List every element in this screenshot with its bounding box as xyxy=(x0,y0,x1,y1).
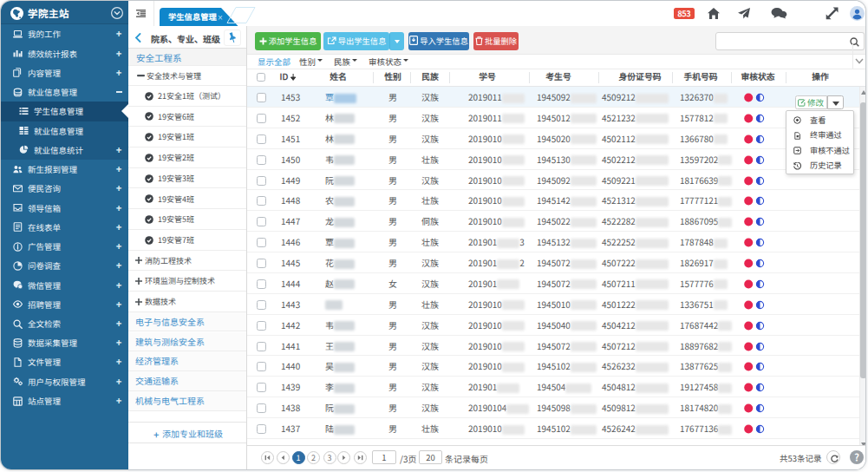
svg-text:?: ? xyxy=(854,450,858,463)
